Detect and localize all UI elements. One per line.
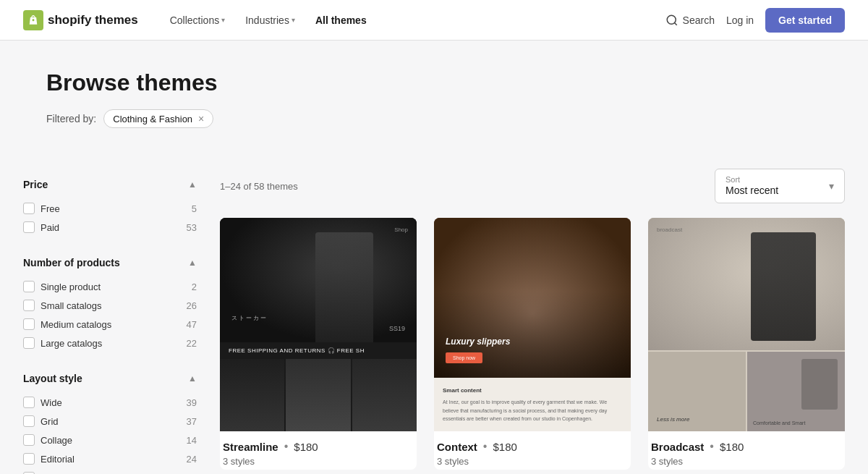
filter-section-products-title: Number of products	[23, 257, 120, 268]
filter-item-medium: Medium catalogs 47	[23, 315, 197, 334]
filter-item-paid: Paid 53	[23, 218, 197, 237]
filter-section-price-header[interactable]: Price ▲	[23, 169, 197, 199]
filter-item-row: Row 21	[23, 468, 197, 474]
filter-section-products: Number of products ▲ Single product 2 Sm…	[23, 247, 197, 363]
filter-item-small: Small catalogs 26	[23, 296, 197, 315]
filter-count-paid: 53	[187, 222, 197, 233]
theme-name-context: Context	[437, 441, 477, 453]
svg-point-0	[667, 15, 676, 24]
theme-info-streamline: Streamline • $180 3 styles	[220, 431, 417, 470]
filter-items-products: Single product 2 Small catalogs 26 Mediu…	[23, 277, 197, 363]
theme-styles-context: 3 styles	[437, 456, 628, 467]
filter-section-price-title: Price	[23, 179, 48, 190]
main-nav: shopify themes Collections ▾ Industries …	[0, 0, 868, 41]
chevron-up-icon: ▲	[188, 179, 197, 190]
checkbox-paid[interactable]	[23, 221, 35, 233]
checkbox-grid[interactable]	[23, 415, 35, 427]
remove-filter-icon[interactable]: ×	[198, 113, 204, 124]
theme-card-streamline[interactable]: ストーカー Shop SS19 FREE SHIPPING AND RETURN…	[220, 218, 417, 470]
filter-count-collage: 14	[187, 435, 197, 446]
filter-count-grid: 37	[187, 416, 197, 427]
filter-section-layout-title: Layout style	[23, 373, 82, 384]
filter-item-collage: Collage 14	[23, 431, 197, 449]
filter-count-large: 22	[187, 338, 197, 349]
theme-grid: ストーカー Shop SS19 FREE SHIPPING AND RETURN…	[220, 218, 845, 470]
theme-price-streamline: $180	[294, 441, 318, 453]
filter-label-grid: Grid	[41, 416, 59, 427]
checkbox-single[interactable]	[23, 281, 35, 292]
checkbox-medium[interactable]	[23, 318, 35, 330]
theme-styles-broadcast: 3 styles	[651, 456, 842, 467]
chevron-up-icon: ▲	[188, 373, 197, 384]
filter-label-collage: Collage	[41, 435, 72, 446]
theme-price-context: $180	[493, 441, 516, 453]
theme-name-broadcast: Broadcast	[651, 441, 704, 453]
content-header: 1–24 of 58 themes Sort Most recent ▾	[220, 169, 845, 203]
filter-label-wide: Wide	[41, 397, 62, 408]
page-title: Browse themes	[46, 69, 822, 96]
logo[interactable]: shopify themes	[23, 10, 138, 30]
checkbox-free[interactable]	[23, 203, 35, 214]
filter-tag-clothing[interactable]: Clothing & Fashion ×	[103, 109, 213, 128]
filter-label-large: Large catalogs	[41, 338, 102, 349]
filter-count-free: 5	[192, 203, 197, 214]
filter-item-wide: Wide 39	[23, 393, 197, 412]
filter-item-editorial: Editorial 24	[23, 449, 197, 468]
sidebar: Price ▲ Free 5 Paid 53	[23, 151, 197, 474]
filter-item-grid: Grid 37	[23, 412, 197, 431]
nav-links: Collections ▾ Industries ▾ All themes	[161, 9, 665, 32]
theme-preview-broadcast: broadcast Less is more Comfortable and S…	[648, 218, 845, 431]
filter-count-wide: 39	[187, 397, 197, 408]
filter-label-paid: Paid	[41, 222, 59, 233]
hero-section: Browse themes Filtered by: Clothing & Fa…	[0, 41, 868, 151]
logo-text: shopify themes	[48, 13, 138, 27]
sort-value: Most recent	[726, 185, 778, 196]
theme-price-broadcast: $180	[720, 441, 744, 453]
filter-item-large: Large catalogs 22	[23, 334, 197, 352]
shopify-bag-icon	[23, 10, 43, 30]
theme-preview-context: Luxury slippers Shop now Smart content A…	[434, 218, 631, 431]
marquee-text: FREE SHIPPING AND RETURNS 🎧 FREE SH	[220, 342, 417, 359]
theme-card-broadcast[interactable]: broadcast Less is more Comfortable and S…	[648, 218, 845, 470]
checkbox-small[interactable]	[23, 300, 35, 311]
main-layout: Price ▲ Free 5 Paid 53	[0, 151, 868, 474]
filter-count-single: 2	[192, 282, 197, 292]
nav-all-themes[interactable]: All themes	[307, 9, 375, 32]
filter-label-free: Free	[41, 203, 60, 214]
filter-count-small: 26	[187, 300, 197, 311]
search-button[interactable]: Search	[665, 14, 715, 27]
nav-right: Search Log in Get started	[665, 8, 845, 33]
filter-label-small: Small catalogs	[41, 300, 102, 311]
filter-section-layout-header[interactable]: Layout style ▲	[23, 363, 197, 393]
checkbox-editorial[interactable]	[23, 453, 35, 465]
theme-preview-streamline: ストーカー Shop SS19 FREE SHIPPING AND RETURN…	[220, 218, 417, 431]
search-icon	[665, 14, 678, 27]
filter-bar: Filtered by: Clothing & Fashion ×	[46, 109, 822, 128]
chevron-up-icon: ▲	[188, 258, 197, 268]
filter-label: Filtered by:	[46, 113, 96, 124]
filter-label-editorial: Editorial	[41, 454, 75, 465]
chevron-down-icon: ▾	[829, 180, 834, 192]
filter-count-editorial: 24	[187, 454, 197, 465]
chevron-down-icon: ▾	[292, 16, 295, 24]
nav-industries[interactable]: Industries ▾	[237, 9, 304, 32]
theme-card-context[interactable]: Luxury slippers Shop now Smart content A…	[434, 218, 631, 470]
sort-dropdown[interactable]: Sort Most recent ▾	[715, 169, 845, 203]
get-started-button[interactable]: Get started	[765, 8, 845, 33]
sort-label: Sort	[726, 175, 823, 184]
filter-section-products-header[interactable]: Number of products ▲	[23, 247, 197, 277]
nav-collections[interactable]: Collections ▾	[161, 9, 234, 32]
filter-label-single: Single product	[41, 282, 101, 292]
checkbox-collage[interactable]	[23, 434, 35, 446]
checkbox-large[interactable]	[23, 337, 35, 349]
checkbox-wide[interactable]	[23, 397, 35, 408]
results-count: 1–24 of 58 themes	[220, 181, 298, 192]
filter-section-price: Price ▲ Free 5 Paid 53	[23, 169, 197, 247]
filter-item-single: Single product 2	[23, 277, 197, 296]
login-link[interactable]: Log in	[726, 14, 754, 26]
filter-items-layout: Wide 39 Grid 37 Collage 14	[23, 393, 197, 474]
filter-item-free: Free 5	[23, 199, 197, 218]
theme-styles-streamline: 3 styles	[223, 456, 414, 467]
filter-label-medium: Medium catalogs	[41, 319, 111, 330]
filter-count-medium: 47	[187, 319, 197, 330]
